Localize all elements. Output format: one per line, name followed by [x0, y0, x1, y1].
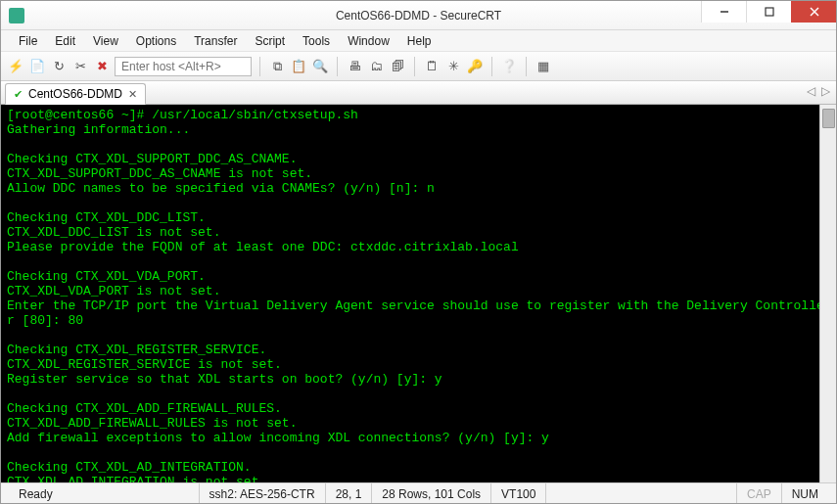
tab-close-icon[interactable]: ✕ [128, 88, 137, 101]
disconnect-icon[interactable]: ✂ [71, 58, 89, 75]
toolbar-separator-4 [491, 57, 492, 76]
reconnect-icon[interactable]: ↻ [50, 58, 68, 75]
close-icon [810, 7, 819, 17]
status-emulation: VT100 [491, 483, 546, 504]
window-controls [701, 1, 836, 23]
svg-rect-1 [766, 8, 773, 16]
maximize-icon [765, 7, 774, 17]
tab-centos66[interactable]: ✔ CentOS66-DDMD ✕ [5, 83, 146, 105]
tab-next-icon[interactable]: ▷ [821, 84, 830, 98]
help-icon[interactable]: ❔ [500, 58, 518, 75]
status-dimensions: 28 Rows, 101 Cols [372, 483, 491, 504]
close-button[interactable] [791, 1, 836, 23]
status-ready: Ready [9, 483, 200, 504]
app-icon [9, 8, 24, 23]
cancel-icon[interactable]: ✖ [93, 58, 111, 75]
status-cursor: 28, 1 [326, 483, 373, 504]
menubar: File Edit View Options Transfer Script T… [1, 30, 836, 52]
print-icon[interactable]: 🖶 [346, 58, 363, 75]
scrollbar-thumb[interactable] [822, 109, 835, 128]
tab-prev-icon[interactable]: ◁ [807, 84, 815, 98]
menu-edit[interactable]: Edit [47, 32, 83, 50]
status-spacer [546, 483, 737, 504]
host-input[interactable] [115, 57, 252, 76]
connected-icon: ✔ [14, 88, 23, 101]
menu-transfer[interactable]: Transfer [186, 32, 245, 50]
status-cap: CAP [737, 483, 782, 504]
dup-session-icon[interactable]: 🗐 [389, 58, 406, 75]
window-title: CentOS66-DDMD - SecureCRT [336, 9, 501, 23]
maximize-button[interactable] [746, 1, 791, 23]
key-icon[interactable]: 🔑 [466, 58, 484, 75]
copy-icon[interactable]: ⧉ [268, 58, 286, 75]
menu-window[interactable]: Window [340, 32, 397, 50]
statusbar: Ready ssh2: AES-256-CTR 28, 1 28 Rows, 1… [1, 482, 836, 504]
terminal[interactable]: [root@centos66 ~]# /usr/local/sbin/ctxse… [1, 105, 836, 482]
menu-help[interactable]: Help [399, 32, 440, 50]
new-session-icon[interactable]: 🗂 [367, 58, 385, 75]
terminal-wrap: [root@centos66 ~]# /usr/local/sbin/ctxse… [1, 105, 836, 482]
quick-connect-icon[interactable]: ⚡ [7, 58, 24, 75]
menu-tools[interactable]: Tools [295, 32, 338, 50]
options-icon[interactable]: ✳ [444, 58, 462, 75]
toolbar-separator-5 [526, 57, 527, 76]
properties-icon[interactable]: 🗒 [423, 58, 441, 75]
toolbar-separator [259, 57, 260, 76]
tile-icon[interactable]: ▦ [535, 58, 552, 75]
find-icon[interactable]: 🔍 [311, 58, 329, 75]
scrollbar[interactable] [819, 105, 836, 482]
toolbar: ⚡ 📄 ↻ ✂ ✖ ⧉ 📋 🔍 🖶 🗂 🗐 🗒 ✳ 🔑 ❔ ▦ [1, 52, 836, 81]
menu-script[interactable]: Script [247, 32, 293, 50]
connect-icon[interactable]: 📄 [28, 58, 46, 75]
tab-nav: ◁ ▷ [807, 84, 830, 98]
tabbar: ✔ CentOS66-DDMD ✕ ◁ ▷ [1, 81, 836, 105]
status-cipher: ssh2: AES-256-CTR [200, 483, 326, 504]
paste-icon[interactable]: 📋 [290, 58, 307, 75]
status-num: NUM [782, 483, 828, 504]
minimize-button[interactable] [701, 1, 746, 23]
menu-view[interactable]: View [85, 32, 126, 50]
minimize-icon [720, 7, 729, 17]
toolbar-separator-3 [414, 57, 415, 76]
menu-options[interactable]: Options [128, 32, 184, 50]
toolbar-separator-2 [337, 57, 338, 76]
titlebar: CentOS66-DDMD - SecureCRT [1, 1, 836, 30]
menu-file[interactable]: File [11, 32, 45, 50]
tab-label: CentOS66-DDMD [28, 87, 122, 101]
